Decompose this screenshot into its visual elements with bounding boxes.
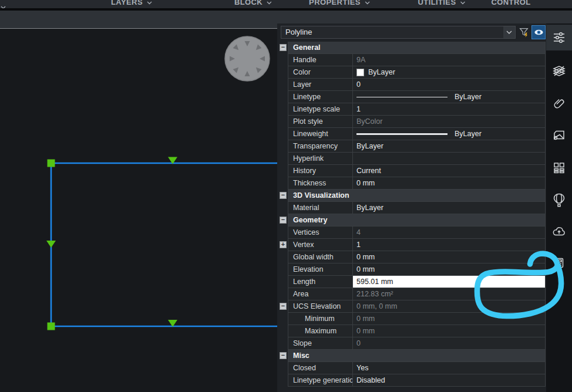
drawing-canvas[interactable] (0, 28, 277, 392)
layers-icon[interactable] (546, 58, 572, 84)
property-row[interactable]: Slope0 (288, 337, 545, 350)
property-row[interactable]: Global width0 mm (288, 251, 545, 263)
property-value[interactable]: ByLayer (353, 202, 545, 214)
property-row[interactable]: Minimum0 mm (288, 313, 545, 325)
property-value-text: 4 (356, 227, 361, 238)
property-value[interactable]: ByLayer (353, 91, 545, 103)
property-value-text: 0 mm, 0 mm (356, 300, 397, 312)
property-row[interactable]: Vertex1 (288, 239, 545, 251)
property-value[interactable]: ByLayer (353, 140, 545, 152)
chevron-down-icon (1, 1, 6, 8)
ribbon-tab-utilities[interactable]: UTILITIES (418, 0, 466, 6)
property-value[interactable]: 4 (353, 227, 545, 238)
section-header[interactable]: General (288, 42, 545, 54)
property-label: Hyperlink (288, 153, 353, 164)
property-value-input[interactable]: 595.01 mm (353, 276, 545, 288)
property-value[interactable]: 1 (353, 103, 545, 115)
collapse-icon[interactable]: − (280, 352, 287, 359)
property-value[interactable]: 0 mm (353, 251, 545, 263)
property-row[interactable]: ClosedYes (288, 362, 545, 374)
property-value[interactable]: ByColor (353, 116, 545, 127)
property-label: Transparency (288, 140, 353, 152)
vertex-grip[interactable] (48, 160, 55, 167)
settings-sliders-icon[interactable] (546, 25, 572, 50)
property-value[interactable]: Disabled (353, 374, 545, 386)
property-label: History (288, 165, 353, 177)
property-row[interactable]: Plot styleByColor (288, 116, 545, 128)
midpoint-grip-arrow[interactable] (46, 241, 56, 248)
property-value[interactable]: 0 (353, 79, 545, 90)
property-value-text: 9A (356, 54, 365, 66)
property-row[interactable]: Layer0 (288, 79, 545, 91)
properties-gutter: −−−+−− (277, 23, 288, 392)
property-row[interactable]: Vertices4 (288, 227, 545, 239)
ribbon-tab-label: CONTROL (491, 0, 530, 6)
collapse-icon[interactable]: − (280, 44, 287, 51)
property-row[interactable]: Area212.83 cm² (288, 288, 545, 300)
selected-polyline[interactable] (51, 163, 277, 326)
property-row[interactable]: LineweightByLayer (288, 128, 545, 140)
collapse-icon[interactable]: − (280, 303, 287, 310)
property-row[interactable]: Maximum0 mm (288, 325, 545, 337)
property-value[interactable]: 0 mm (353, 263, 545, 275)
section-header[interactable]: Geometry (288, 214, 545, 227)
balloon-icon[interactable] (546, 187, 572, 213)
property-value[interactable]: Yes (353, 362, 545, 374)
property-row[interactable]: TransparencyByLayer (288, 140, 545, 153)
ribbon-tab-layers[interactable]: LAYERS (111, 0, 152, 6)
property-row[interactable]: Hyperlink (288, 153, 545, 165)
property-row[interactable]: Length595.01 mm (288, 276, 545, 288)
section-header[interactable]: Misc (288, 350, 545, 362)
ribbon-tab-block[interactable]: BLOCK (234, 0, 272, 6)
chevron-down-icon (267, 1, 272, 5)
property-value-text: 0 (356, 79, 361, 90)
property-label: Linetype (288, 91, 353, 103)
paperclip-icon[interactable] (546, 90, 572, 116)
property-value[interactable]: Current (353, 165, 545, 177)
collapse-icon[interactable]: − (280, 217, 287, 224)
property-value[interactable]: 0 mm, 0 mm (353, 300, 545, 312)
property-value[interactable]: 1 (353, 239, 545, 251)
property-value[interactable]: 0 mm (353, 313, 545, 325)
property-value[interactable]: ByLayer (353, 128, 545, 140)
property-value[interactable]: 0 mm (353, 325, 545, 337)
chevron-down-icon[interactable] (503, 26, 515, 38)
property-row[interactable]: Linetype generationDisabled (288, 374, 545, 387)
property-value-text: 0 mm (356, 325, 375, 337)
ribbon-tab-properties[interactable]: PROPERTIES (309, 0, 370, 6)
property-value[interactable]: ByLayer (353, 66, 545, 78)
object-type-dropdown[interactable]: Polyline (281, 26, 516, 39)
property-value[interactable]: 0 mm (353, 177, 545, 189)
property-value-text: Disabled (356, 374, 385, 386)
property-row[interactable]: MaterialByLayer (288, 202, 545, 214)
calculator-icon[interactable] (546, 250, 572, 276)
property-value[interactable]: 212.83 cm² (353, 288, 545, 300)
property-value[interactable]: 9A (353, 54, 545, 66)
property-row[interactable]: Linetype scale1 (288, 103, 545, 116)
property-value-text: 0 mm (356, 313, 375, 325)
view-compass[interactable] (225, 36, 270, 81)
property-row[interactable]: HistoryCurrent (288, 165, 545, 177)
property-row[interactable]: Elevation0 mm (288, 263, 545, 276)
property-value[interactable]: 0 (353, 337, 545, 349)
property-row[interactable]: LinetypeByLayer (288, 91, 545, 103)
section-header[interactable]: 3D Visualization (288, 190, 545, 202)
section-header-label: 3D Visualization (288, 191, 349, 200)
ribbon-tab-control[interactable]: CONTROL (491, 0, 530, 6)
property-label: Vertex (288, 239, 353, 251)
collapse-icon[interactable]: − (280, 192, 287, 199)
property-row[interactable]: ColorByLayer (288, 66, 545, 79)
expand-icon[interactable]: + (280, 241, 287, 248)
cloud-upload-icon[interactable] (546, 219, 572, 245)
property-value[interactable] (353, 153, 545, 164)
property-row[interactable]: UCS Elevation0 mm, 0 mm (288, 300, 545, 313)
filter-icon[interactable] (518, 27, 530, 38)
blocks-grid-icon[interactable] (546, 155, 572, 181)
toggle-display-button[interactable] (531, 25, 546, 39)
sheet-roll-icon[interactable] (546, 123, 572, 148)
property-value-text: ByLayer (356, 140, 383, 152)
property-value-text: ByLayer (455, 128, 482, 140)
property-row[interactable]: Handle9A (288, 54, 545, 66)
property-row[interactable]: Thickness0 mm (288, 177, 545, 190)
vertex-grip[interactable] (48, 323, 55, 330)
